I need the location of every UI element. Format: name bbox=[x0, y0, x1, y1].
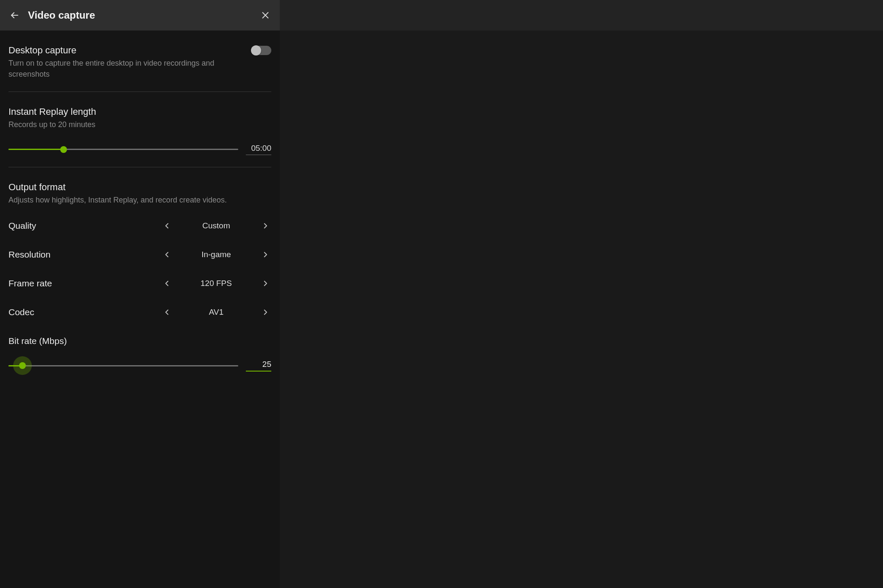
chevron-left-icon bbox=[163, 308, 171, 316]
chevron-right-icon bbox=[262, 251, 269, 258]
output-format-selectors: Quality Custom Resolution In-game bbox=[8, 211, 271, 327]
slider-thumb[interactable] bbox=[60, 146, 67, 153]
chevron-left-icon bbox=[163, 222, 171, 230]
instant-replay-desc: Records up to 20 minutes bbox=[8, 119, 237, 130]
codec-prev[interactable] bbox=[161, 306, 173, 318]
page-title: Video capture bbox=[28, 9, 95, 21]
framerate-value: 120 FPS bbox=[173, 279, 259, 288]
toggle-knob bbox=[251, 45, 261, 55]
close-icon bbox=[261, 11, 270, 20]
output-format-section: Output format Adjusts how highlights, In… bbox=[8, 167, 271, 375]
selector-label: Codec bbox=[8, 307, 161, 317]
framerate-next[interactable] bbox=[259, 277, 271, 289]
codec-value: AV1 bbox=[173, 308, 259, 317]
instant-replay-value[interactable]: 05:00 bbox=[246, 144, 271, 155]
desktop-capture-section: Desktop capture Turn on to capture the e… bbox=[8, 31, 271, 92]
content-area bbox=[280, 0, 883, 588]
panel-header: Video capture bbox=[0, 0, 280, 31]
chevron-left-icon bbox=[163, 280, 171, 287]
codec-row: Codec AV1 bbox=[8, 298, 271, 327]
chevron-right-icon bbox=[262, 222, 269, 230]
instant-replay-section: Instant Replay length Records up to 20 m… bbox=[8, 92, 271, 167]
content-strip bbox=[280, 31, 883, 55]
selector-label: Quality bbox=[8, 221, 161, 231]
chevron-left-icon bbox=[163, 251, 171, 258]
app-topbar bbox=[280, 0, 883, 31]
quality-row: Quality Custom bbox=[8, 211, 271, 240]
slider-track bbox=[8, 149, 64, 150]
instant-replay-title: Instant Replay length bbox=[8, 106, 271, 117]
arrow-left-icon bbox=[9, 10, 19, 20]
quality-prev[interactable] bbox=[161, 220, 173, 232]
desktop-capture-title: Desktop capture bbox=[8, 45, 246, 56]
codec-next[interactable] bbox=[259, 306, 271, 318]
slider-thumb[interactable] bbox=[19, 362, 26, 369]
framerate-prev[interactable] bbox=[161, 277, 173, 289]
back-button[interactable] bbox=[8, 9, 20, 21]
selector-label: Frame rate bbox=[8, 278, 161, 288]
quality-next[interactable] bbox=[259, 220, 271, 232]
selector-label: Resolution bbox=[8, 250, 161, 260]
settings-panel: Video capture Desktop capture Turn on to… bbox=[0, 0, 280, 588]
close-button[interactable] bbox=[259, 9, 271, 21]
resolution-row: Resolution In-game bbox=[8, 240, 271, 269]
quality-value: Custom bbox=[173, 221, 259, 230]
bitrate-label: Bit rate (Mbps) bbox=[8, 336, 271, 346]
resolution-next[interactable] bbox=[259, 249, 271, 261]
resolution-prev[interactable] bbox=[161, 249, 173, 261]
output-format-desc: Adjusts how highlights, Instant Replay, … bbox=[8, 194, 237, 205]
instant-replay-slider[interactable] bbox=[8, 145, 238, 154]
slider-rail bbox=[8, 365, 238, 366]
resolution-value: In-game bbox=[173, 250, 259, 259]
chevron-right-icon bbox=[262, 308, 269, 316]
chevron-right-icon bbox=[262, 280, 269, 287]
bitrate-value[interactable]: 25 bbox=[246, 360, 271, 372]
desktop-capture-desc: Turn on to capture the entire desktop in… bbox=[8, 58, 237, 80]
output-format-title: Output format bbox=[8, 182, 271, 193]
bitrate-slider[interactable] bbox=[8, 361, 238, 370]
framerate-row: Frame rate 120 FPS bbox=[8, 269, 271, 298]
desktop-capture-toggle[interactable] bbox=[252, 46, 271, 55]
